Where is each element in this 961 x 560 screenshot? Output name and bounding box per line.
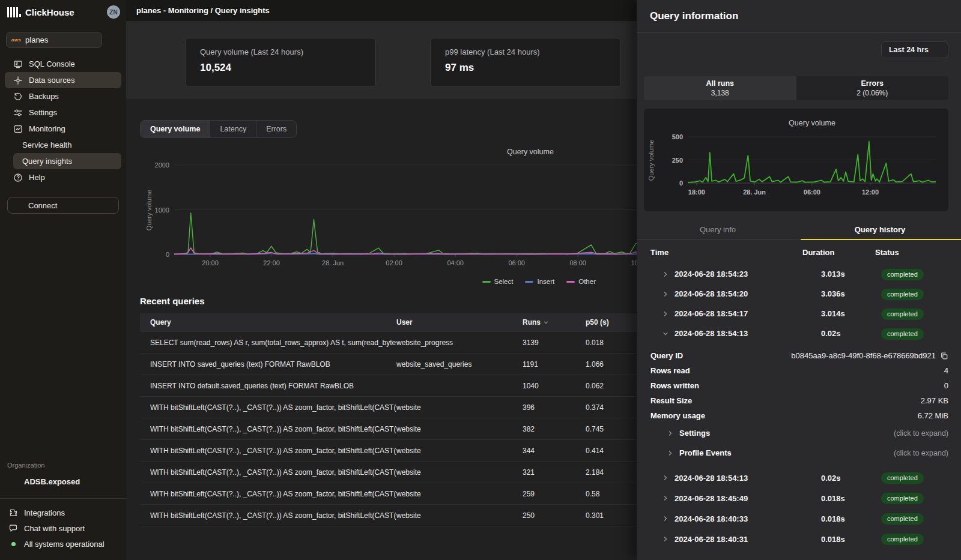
sidebar-item-all-systems-operational[interactable]: All systems operational bbox=[0, 536, 126, 552]
status-badge: completed bbox=[881, 493, 924, 504]
legend-item-insert[interactable]: Insert bbox=[525, 278, 554, 285]
close-icon[interactable] bbox=[937, 11, 948, 22]
history-row[interactable]: 2024-06-28 18:54:203.036scompleted bbox=[650, 284, 948, 304]
history-time: 2024-06-28 18:54:20 bbox=[650, 289, 802, 298]
table-row[interactable]: INSERT INTO saved_queries (text) FORMAT … bbox=[140, 353, 637, 375]
table-row[interactable]: INSERT INTO default.saved_queries (text)… bbox=[140, 375, 637, 396]
history-row[interactable]: 2024-06-28 18:54:130.02scompleted bbox=[650, 468, 948, 488]
status-dot bbox=[8, 539, 18, 549]
table-row[interactable]: WITH bitShiftLeft(CAST(?..), _CAST(?..))… bbox=[140, 504, 637, 526]
sort-down-icon bbox=[543, 319, 549, 325]
status-badge: completed bbox=[881, 289, 924, 300]
sidebar-item-label: Monitoring bbox=[29, 124, 65, 133]
history-timestamp: 2024-06-28 18:54:20 bbox=[675, 289, 748, 298]
expandable-profile-events[interactable]: Profile Events(click to expand) bbox=[650, 443, 948, 463]
sidebar-item-label: Data sources bbox=[29, 76, 75, 85]
sidebar-item-backups[interactable]: Backups bbox=[5, 88, 121, 104]
sort-control[interactable]: Runs bbox=[523, 318, 549, 327]
history-row[interactable]: 2024-06-28 18:45:490.018scompleted bbox=[650, 488, 948, 508]
history-duration: 0.02s bbox=[802, 474, 875, 483]
cell-p50: 0.374 bbox=[586, 403, 637, 412]
table-row[interactable]: WITH bitShiftLeft(CAST(?..), _CAST(?..))… bbox=[140, 396, 637, 418]
history-duration: 0.018s bbox=[802, 514, 875, 523]
segment-errors[interactable]: Errors2 (0.06%) bbox=[796, 76, 949, 100]
connect-button[interactable]: Connect bbox=[7, 197, 119, 214]
history-status: completed bbox=[875, 472, 948, 484]
legend-item-select[interactable]: Select bbox=[482, 278, 514, 285]
user-avatar[interactable]: ZN bbox=[107, 5, 120, 19]
chevron-right-icon bbox=[662, 535, 669, 543]
history-timestamp: 2024-06-28 18:40:33 bbox=[675, 514, 748, 523]
table-row[interactable]: WITH bitShiftLeft(CAST(?..), _CAST(?..))… bbox=[140, 483, 637, 504]
column-header-user[interactable]: User bbox=[396, 318, 523, 327]
expandable-settings[interactable]: Settings(click to expand) bbox=[650, 423, 948, 443]
sidebar-item-settings[interactable]: Settings bbox=[5, 104, 121, 121]
table-row[interactable]: WITH bitShiftLeft(CAST(?..), _CAST(?..))… bbox=[140, 439, 637, 461]
cell-runs: 1191 bbox=[523, 360, 586, 369]
tab-query-history[interactable]: Query history bbox=[799, 220, 961, 239]
sidebar: ClickHouse ZN aws planes SQL ConsoleData… bbox=[0, 0, 126, 560]
sidebar-item-help[interactable]: Help bbox=[5, 169, 121, 185]
column-header-query[interactable]: Query bbox=[150, 318, 396, 327]
stats-band: Query volume (Last 24 hours) 10,524 p99 … bbox=[126, 21, 637, 99]
cell-p50: 1.066 bbox=[586, 360, 637, 369]
tab-errors[interactable]: Errors bbox=[256, 121, 296, 137]
add-service-button[interactable] bbox=[106, 33, 120, 47]
query-volume-chart: 01000200020:0022:0028. Jun02:0004:0006:0… bbox=[138, 140, 637, 275]
tab-query-info[interactable]: Query info bbox=[637, 220, 799, 239]
sidebar-item-service-health[interactable]: Service health bbox=[5, 137, 121, 153]
sidebar-item-organization[interactable]: ADSB.exposed bbox=[0, 473, 126, 490]
sidebar-item-query-insights[interactable]: Query insights bbox=[13, 153, 121, 169]
table-row[interactable]: SELECT sum(read_rows) AS r, sum(total_ro… bbox=[140, 331, 637, 353]
cell-query: WITH bitShiftLeft(CAST(?..), _CAST(?..))… bbox=[150, 511, 396, 520]
history-row[interactable]: 2024-06-28 18:40:310.018scompleted bbox=[650, 529, 948, 549]
chevron-updown-icon bbox=[89, 37, 97, 44]
legend-item-other[interactable]: Other bbox=[566, 278, 596, 285]
tab-latency[interactable]: Latency bbox=[210, 121, 256, 137]
status-badge: completed bbox=[881, 309, 924, 320]
sidebar-item-data-sources[interactable]: Data sources bbox=[5, 72, 121, 88]
cell-user: website bbox=[396, 468, 523, 477]
panel-query-volume-chart: 025050018:0028. Jun06:0012:00Query volum… bbox=[644, 109, 948, 211]
detail-field-memory-usage: Memory usage6.72 MiB bbox=[650, 408, 948, 423]
cell-user: website bbox=[396, 511, 523, 520]
table-header: QueryUserRunsp50 (s) bbox=[140, 313, 637, 331]
sidebar-item-integrations[interactable]: Integrations bbox=[0, 505, 126, 520]
history-row[interactable]: 2024-06-28 18:54:233.013scompleted bbox=[650, 264, 948, 284]
sidebar-item-label: Chat with support bbox=[24, 524, 85, 533]
segment-all-runs[interactable]: All runs3,138 bbox=[644, 76, 796, 100]
detail-value-text: 2.97 KB bbox=[921, 396, 948, 405]
svg-text:06:00: 06:00 bbox=[508, 259, 525, 266]
connect-label: Connect bbox=[28, 201, 57, 210]
cell-runs: 1040 bbox=[523, 382, 586, 390]
status-badge: completed bbox=[881, 472, 924, 484]
service-selector[interactable]: aws planes bbox=[6, 32, 102, 48]
history-row[interactable]: 2024-06-28 18:54:173.014scompleted bbox=[650, 304, 948, 324]
sidebar-item-sql-console[interactable]: SQL Console bbox=[5, 56, 121, 72]
history-status: completed bbox=[875, 288, 948, 300]
history-column-status: Status bbox=[875, 248, 948, 257]
column-header-p50-s[interactable]: p50 (s) bbox=[586, 318, 637, 327]
tab-query-volume[interactable]: Query volume bbox=[141, 121, 210, 137]
sidebar-item-label: Integrations bbox=[24, 508, 65, 517]
history-row[interactable]: 2024-06-28 18:54:130.02scompleted bbox=[650, 324, 948, 343]
history-timestamp: 2024-06-28 18:54:23 bbox=[675, 269, 748, 278]
time-range-select[interactable]: Last 24 hrs bbox=[881, 41, 948, 58]
service-name: planes bbox=[25, 35, 85, 44]
main-chart-wrap: 01000200020:0022:0028. Jun02:0004:0006:0… bbox=[138, 140, 637, 275]
detail-value-text: 6.72 MiB bbox=[918, 411, 948, 420]
cell-p50: 0.414 bbox=[586, 447, 637, 455]
organization-label: Organization bbox=[0, 462, 126, 469]
table-row[interactable]: WITH bitShiftLeft(CAST(?..), _CAST(?..))… bbox=[140, 418, 637, 439]
history-time: 2024-06-28 18:54:13 bbox=[650, 474, 802, 483]
p99-latency-card: p99 latency (Last 24 hours) 97 ms bbox=[430, 38, 621, 87]
sidebar-item-chat-with-support[interactable]: Chat with support bbox=[0, 520, 126, 536]
cell-query: WITH bitShiftLeft(CAST(?..), _CAST(?..))… bbox=[150, 403, 396, 412]
svg-text:2000: 2000 bbox=[155, 161, 169, 169]
sidebar-item-monitoring[interactable]: Monitoring bbox=[5, 121, 121, 137]
table-row[interactable]: WITH bitShiftLeft(CAST(?..), _CAST(?..))… bbox=[140, 461, 637, 483]
history-row[interactable]: 2024-06-28 18:40:330.018scompleted bbox=[650, 508, 948, 529]
cell-p50: 0.301 bbox=[586, 511, 637, 520]
svg-text:02:00: 02:00 bbox=[386, 259, 402, 266]
column-header-runs[interactable]: Runs bbox=[523, 318, 586, 327]
